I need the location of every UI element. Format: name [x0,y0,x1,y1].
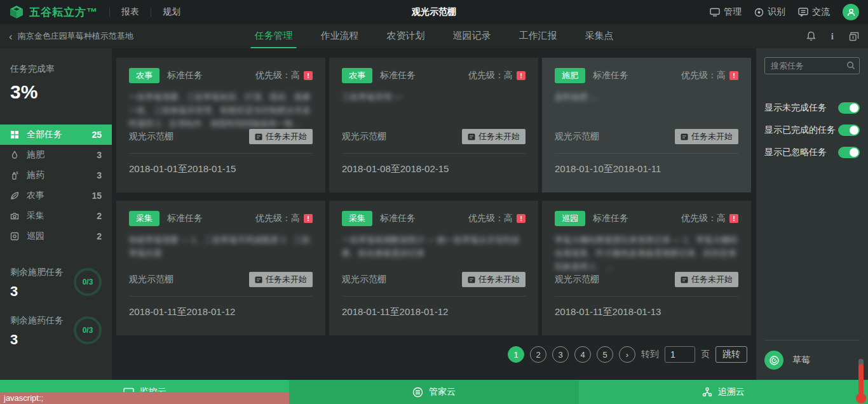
task-card[interactable]: 巡园 标准任务 优先级：高 ! 草莓大棚结果期需往来巡查记录 — 1、草莓大棚病… [542,201,751,335]
toggle-switch[interactable] [838,125,860,136]
task-type-tag: 巡园 [555,211,585,226]
crop-block[interactable]: 草莓 [764,340,860,370]
status-badge: 任务未开始 [249,129,313,144]
toggle-switch[interactable] [838,102,860,114]
sidebar-item-collect[interactable]: 采集 2 [0,206,112,226]
pesticide-icon [10,171,19,180]
user-avatar[interactable] [843,4,859,20]
tab-bar: 任务管理 作业流程 农资计划 巡园记录 工作汇报 采集点 [241,24,628,48]
right-sidebar: 显示未完成任务 显示已完成的任务 显示已忽略任务 [756,48,868,380]
nav-reports[interactable]: 报表 [121,6,139,18]
notification-bell-icon[interactable] [806,31,816,41]
crop-label: 草莓 [792,354,810,366]
task-date-range: 2018-01-11至2018-01-13 [555,297,738,318]
sidebar-item-label: 全部任务 [27,129,62,140]
goto-page-input[interactable] [665,346,695,363]
sidebar-item-pesticide[interactable]: 施药 3 [0,165,112,185]
task-date-range: 2018-01-08至2018-02-15 [342,154,526,175]
task-std-label: 标准任务 [167,213,203,224]
sidebar-item-label: 施肥 [27,149,44,161]
tab-task-management[interactable]: 任务管理 [251,24,297,48]
remaining-fertilize-gauge: 剩余施肥任务 3 0/3 [0,260,112,309]
info-icon[interactable]: i [831,31,834,42]
progress-ring: 0/3 [74,316,102,344]
recognize-label: 识别 [768,6,785,18]
tab-agri-plan[interactable]: 农资计划 [383,24,429,48]
task-date-range: 2018-01-01至2018-01-15 [129,154,313,175]
page-button-1[interactable]: 1 [508,346,524,363]
task-card[interactable]: 施肥 标准任务 优先级：高 ! 及时追肥 … 观光示范棚 任务未开始 [542,58,751,192]
search-input[interactable] [764,57,860,74]
top-bar: 五谷耘立方™ 报表 规划 观光示范棚 管理 [0,0,868,24]
page-button-3[interactable]: 3 [552,346,569,363]
task-status-icon [255,133,262,140]
sidebar-item-label: 采集 [27,210,44,222]
tab-collect-point[interactable]: 采集点 [581,24,618,48]
sidebar-item-fertilize[interactable]: 施肥 3 [0,145,112,165]
page-button-2[interactable]: 2 [530,346,546,363]
task-card[interactable]: 农事 标准任务 优先级：高 ! 三批草莓管理 — 观光示范棚 任务未开始 [329,58,538,192]
toggle-label: 显示已完成的任务 [764,125,836,136]
priority-label: 优先级：高 [468,70,513,81]
task-description-blurred: 一批草莓现蕾、三批草莓初花、打顶、疏花、疏果 一批、三批移栽后管理、前期应适当控… [129,91,313,128]
manage-button[interactable]: 管理 [710,6,742,18]
jump-button[interactable]: 跳转 [715,346,747,363]
recognize-button[interactable]: 识别 [754,6,785,18]
app-logo[interactable]: 五谷耘立方™ [9,4,98,20]
chat-icon [798,8,808,17]
windows-stack-icon[interactable] [849,32,859,41]
status-text: 任务未开始 [691,274,733,285]
search-box [764,57,860,74]
sidebar-item-farming[interactable]: 农事 15 [0,185,112,206]
task-date-range: 2018-01-11至2018-01-12 [129,297,313,318]
breadcrumb[interactable]: 南京金色庄园草莓种植示范基地 [18,30,133,42]
pagination: 1 2 3 4 5 › 转到 页 跳转 [112,335,756,363]
page-button-4[interactable]: 4 [574,346,591,363]
tab-patrol-record[interactable]: 巡园记录 [449,24,495,48]
collect-icon [10,212,19,220]
sidebar-item-count: 15 [92,191,102,201]
completion-value: 3% [10,81,102,103]
task-description-blurred: 秋植草莓现蕾 — 1、二批草莓不同成熟度 2、三批草莓出苗 [129,234,313,271]
completion-label: 任务完成率 [10,64,102,75]
footer-trace-cloud[interactable]: 追溯云 [579,380,868,404]
task-type-tag: 施肥 [555,68,585,83]
next-page-button[interactable]: › [619,346,635,363]
ring-text: 0/3 [83,278,93,286]
task-type-tag: 农事 [129,68,159,83]
nav-planning[interactable]: 规划 [163,6,180,18]
status-text: 任务未开始 [266,131,307,142]
link-status-tooltip: javascript:; [0,392,289,404]
search-icon[interactable] [846,61,855,70]
task-card[interactable]: 采集 标准任务 优先级：高 ! 一批草莓检测数据统计 — 购一批草莓从开花到采果… [329,201,538,335]
task-status-icon [468,276,475,283]
task-description-blurred: 一批草莓检测数据统计 — 购一批草莓从开花到采果、粘虫黄板悬挂记录 [342,234,526,271]
chat-button[interactable]: 交流 [798,6,830,18]
page-button-5[interactable]: 5 [597,346,613,363]
steward-cloud-icon [412,387,423,398]
tab-work-flow[interactable]: 作业流程 [317,24,363,48]
sidebar-item-count: 2 [97,211,102,221]
priority: 优先级：高 ! [255,70,313,81]
sidebar-item-all-tasks[interactable]: 全部任务 25 [0,125,112,145]
priority: 优先级：高 ! [681,213,738,224]
task-type-tag: 农事 [342,68,372,83]
task-location: 观光示范棚 [555,131,599,142]
sidebar-item-patrol[interactable]: 巡园 2 [0,226,112,246]
task-card[interactable]: 采集 标准任务 优先级：高 ! 秋植草莓现蕾 — 1、二批草莓不同成熟度 2、三… [116,201,325,335]
toggle-switch[interactable] [838,147,860,158]
task-date-range: 2018-01-10至2018-01-11 [555,154,738,175]
gauge-value: 3 [10,283,74,300]
scrollbar-bulb [856,393,866,403]
scrollbar-thumb[interactable] [856,359,866,403]
sidebar-item-count: 25 [92,130,102,140]
task-std-label: 标准任务 [593,213,628,224]
status-badge: 任务未开始 [462,129,526,144]
priority-label: 优先级：高 [681,70,726,81]
task-filter-list: 全部任务 25 施肥 3 施药 3 [0,125,112,246]
tab-work-report[interactable]: 工作汇报 [515,24,561,48]
footer-steward-cloud[interactable]: 管家云 [289,380,578,404]
back-button[interactable]: ‹ [9,31,13,42]
task-card[interactable]: 农事 标准任务 优先级：高 ! 一批草莓现蕾、三批草莓初花、打顶、疏花、疏果 一… [116,58,325,192]
page-title: 观光示范棚 [412,6,456,18]
